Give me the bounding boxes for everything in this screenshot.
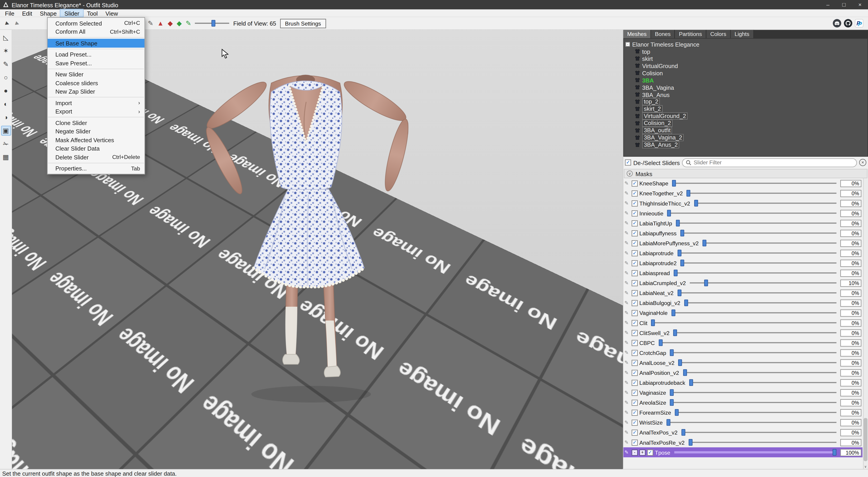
- slider-checkbox[interactable]: ✓: [631, 439, 638, 445]
- slider-checkbox[interactable]: ✓: [631, 360, 638, 366]
- tree-item-skirt[interactable]: skirt: [625, 55, 867, 62]
- slider-edit-icon[interactable]: ✎: [624, 180, 630, 186]
- menu-view[interactable]: View: [101, 9, 122, 17]
- menu-item-conform-selected[interactable]: Conform SelectedCtrl+C: [48, 19, 145, 27]
- slider-checkbox[interactable]: ✓: [631, 419, 638, 425]
- menu-item-clear-slider-data[interactable]: Clear Slider Data: [48, 144, 145, 153]
- tree-item-colision-2[interactable]: Colision_2: [625, 120, 867, 127]
- slider-track[interactable]: [680, 228, 836, 238]
- slider-track[interactable]: [674, 447, 836, 457]
- slider-value[interactable]: 0%: [840, 349, 862, 356]
- slider-value[interactable]: 0%: [840, 319, 862, 326]
- slider-value[interactable]: 100%: [840, 449, 862, 456]
- slider-track[interactable]: [690, 278, 836, 288]
- slider-track[interactable]: [676, 218, 837, 228]
- dot-tool-icon[interactable]: ○: [1, 72, 11, 83]
- slider-value[interactable]: 0%: [840, 369, 862, 376]
- menu-item-export[interactable]: Export›: [48, 107, 145, 116]
- tpose-minus-button[interactable]: -: [631, 449, 638, 455]
- fov-slider[interactable]: [195, 20, 229, 27]
- slider-track[interactable]: [659, 338, 837, 348]
- tree-item-3ba-outfit[interactable]: 3BA_outfit: [625, 127, 867, 134]
- slider-edit-icon[interactable]: ✎: [624, 190, 630, 196]
- slider-handle[interactable]: [651, 320, 655, 326]
- slider-checkbox[interactable]: ✓: [631, 389, 638, 396]
- pencil-tool-icon[interactable]: ✎: [1, 59, 11, 69]
- slider-checkbox[interactable]: ✓: [631, 339, 638, 346]
- slider-value[interactable]: 0%: [840, 190, 862, 197]
- deflate-brush-icon[interactable]: ✎: [148, 20, 153, 26]
- slider-checkbox[interactable]: ✓: [631, 180, 638, 186]
- slider-handle[interactable]: [670, 349, 674, 356]
- menu-item-conform-all[interactable]: Conform AllCtrl+Shift+C: [48, 27, 145, 36]
- slider-edit-icon[interactable]: ✎: [624, 240, 630, 246]
- tree-item-colision[interactable]: Colision: [625, 69, 867, 77]
- slider-handle[interactable]: [677, 249, 681, 256]
- slider-checkbox[interactable]: ✓: [631, 230, 638, 236]
- slider-handle[interactable]: [684, 300, 688, 306]
- outfit-model[interactable]: [178, 69, 444, 412]
- chevron-down-icon[interactable]: ∨: [627, 171, 633, 177]
- slider-edit-icon[interactable]: ✎: [624, 280, 630, 286]
- paypal-icon[interactable]: PP: [855, 19, 864, 28]
- slider-handle[interactable]: [680, 230, 684, 236]
- fov-slider-handle[interactable]: [212, 20, 215, 26]
- slider-edit-icon[interactable]: ✎: [624, 429, 630, 435]
- slider-track[interactable]: [674, 268, 837, 278]
- tab-partitions[interactable]: Partitions: [675, 30, 706, 38]
- wand-tool-icon[interactable]: ✶: [1, 46, 11, 56]
- tab-colors[interactable]: Colors: [706, 30, 731, 38]
- slider-checkbox[interactable]: ✓: [631, 399, 638, 406]
- slider-track[interactable]: [688, 438, 837, 447]
- slider-track[interactable]: [677, 248, 837, 258]
- slider-checkbox[interactable]: ✓: [631, 250, 638, 256]
- slider-track[interactable]: [670, 387, 837, 397]
- tree-item-3ba-vagina-2[interactable]: 3BA_Vagina_2: [625, 134, 867, 141]
- slider-track[interactable]: [684, 298, 837, 308]
- slider-track[interactable]: [651, 318, 836, 328]
- scrollbar[interactable]: ∨: [863, 178, 868, 469]
- slider-edit-icon[interactable]: ✎: [624, 360, 630, 365]
- slider-value[interactable]: 0%: [840, 249, 862, 257]
- slider-edit-icon[interactable]: ✎: [624, 270, 630, 275]
- slider-handle[interactable]: [833, 449, 836, 455]
- slider-edit-icon[interactable]: ✎: [624, 390, 630, 395]
- slider-track[interactable]: [694, 198, 836, 208]
- menu-item-set-base-shape[interactable]: Set Base Shape: [48, 39, 145, 47]
- menu-item-properties-[interactable]: Properties...Tab: [48, 164, 145, 173]
- slider-checkbox[interactable]: ✓: [631, 429, 638, 436]
- slider-handle[interactable]: [681, 260, 684, 266]
- cube-tool-icon[interactable]: ▣: [1, 126, 11, 136]
- slider-checkbox[interactable]: ✓: [631, 330, 638, 336]
- menu-item-negate-slider[interactable]: Negate Slider: [48, 127, 145, 136]
- unmask-brush-icon[interactable]: ✎: [186, 20, 191, 26]
- slider-value[interactable]: 0%: [840, 239, 862, 247]
- menu-item-load-preset-[interactable]: Load Preset...: [48, 50, 145, 59]
- slider-checkbox[interactable]: ✓: [631, 280, 638, 286]
- slider-checkbox[interactable]: ✓: [631, 380, 638, 386]
- menu-item-new-slider[interactable]: New Slider: [48, 70, 145, 79]
- slider-edit-icon[interactable]: ✎: [624, 410, 630, 415]
- menu-item-mask-affected-vertices[interactable]: Mask Affected Vertices: [48, 136, 145, 144]
- slider-checkbox[interactable]: ✓: [631, 369, 638, 376]
- slider-edit-icon[interactable]: ✎: [624, 260, 630, 266]
- slider-edit-icon[interactable]: ✎: [624, 290, 630, 295]
- slider-edit-icon[interactable]: ✎: [624, 300, 630, 305]
- slider-edit-icon[interactable]: ✎: [624, 310, 630, 316]
- tab-bones[interactable]: Bones: [651, 30, 675, 38]
- slider-handle[interactable]: [670, 389, 674, 396]
- slider-track[interactable]: [682, 427, 837, 438]
- menu-item-save-preset-[interactable]: Save Preset...: [48, 59, 145, 67]
- tree-item-top-2[interactable]: top_2: [625, 98, 867, 105]
- slider-value[interactable]: 0%: [840, 359, 862, 366]
- slider-value[interactable]: 0%: [840, 309, 862, 317]
- slider-track[interactable]: [689, 378, 837, 387]
- menu-slider[interactable]: Slider: [61, 9, 83, 17]
- scrollbar-thumb[interactable]: [864, 418, 867, 461]
- slider-checkbox[interactable]: ✓: [631, 260, 638, 266]
- slider-track[interactable]: [670, 348, 836, 358]
- knife-tool-icon[interactable]: ✁: [1, 139, 11, 149]
- tree-item-virtualground-2[interactable]: VirtualGround_2: [625, 112, 867, 120]
- smooth-brush-icon[interactable]: ◆: [168, 20, 173, 26]
- menu-item-delete-slider[interactable]: Delete SliderCtrl+Delete: [48, 153, 145, 161]
